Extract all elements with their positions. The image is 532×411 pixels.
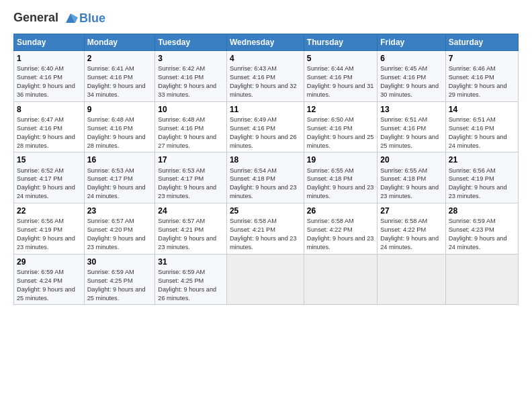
calendar-cell: 25 Sunrise: 6:58 AM Sunset: 4:21 PM Dayl… (226, 203, 304, 255)
calendar-cell: 15 Sunrise: 6:52 AM Sunset: 4:17 PM Dayl… (14, 152, 85, 203)
day-info: Sunrise: 6:49 AM Sunset: 4:16 PM Dayligh… (230, 116, 301, 150)
day-number: 7 (449, 53, 515, 64)
weekday-header-sunday: Sunday (14, 34, 85, 51)
calendar-cell: 19 Sunrise: 6:55 AM Sunset: 4:18 PM Dayl… (304, 152, 377, 203)
calendar-cell (304, 254, 377, 305)
weekday-header-tuesday: Tuesday (155, 34, 227, 51)
day-number: 6 (380, 53, 442, 64)
day-info: Sunrise: 6:50 AM Sunset: 4:16 PM Dayligh… (307, 116, 374, 150)
calendar-cell: 20 Sunrise: 6:55 AM Sunset: 4:18 PM Dayl… (378, 152, 445, 203)
calendar-cell: 7 Sunrise: 6:46 AM Sunset: 4:16 PM Dayli… (445, 51, 518, 102)
logo: General Blue (13, 11, 105, 26)
calendar-cell: 1 Sunrise: 6:40 AM Sunset: 4:16 PM Dayli… (14, 51, 85, 102)
calendar-cell (378, 254, 445, 305)
day-info: Sunrise: 6:58 AM Sunset: 4:22 PM Dayligh… (307, 217, 374, 252)
day-number: 23 (87, 205, 152, 216)
calendar-cell: 26 Sunrise: 6:58 AM Sunset: 4:22 PM Dayl… (304, 203, 377, 255)
calendar-cell: 22 Sunrise: 6:56 AM Sunset: 4:19 PM Dayl… (14, 203, 85, 255)
calendar-cell: 16 Sunrise: 6:53 AM Sunset: 4:17 PM Dayl… (84, 152, 155, 203)
calendar-cell: 31 Sunrise: 6:59 AM Sunset: 4:25 PM Dayl… (155, 254, 227, 305)
day-info: Sunrise: 6:57 AM Sunset: 4:21 PM Dayligh… (158, 217, 224, 252)
day-info: Sunrise: 6:56 AM Sunset: 4:19 PM Dayligh… (449, 167, 515, 201)
day-number: 30 (87, 257, 152, 267)
calendar-cell: 3 Sunrise: 6:42 AM Sunset: 4:16 PM Dayli… (155, 51, 227, 102)
day-number: 11 (230, 104, 301, 115)
day-number: 5 (307, 53, 374, 64)
day-info: Sunrise: 6:52 AM Sunset: 4:17 PM Dayligh… (17, 167, 81, 201)
calendar-cell: 21 Sunrise: 6:56 AM Sunset: 4:19 PM Dayl… (445, 152, 518, 203)
day-info: Sunrise: 6:58 AM Sunset: 4:21 PM Dayligh… (230, 217, 301, 252)
calendar-cell: 23 Sunrise: 6:57 AM Sunset: 4:20 PM Dayl… (84, 203, 155, 255)
day-info: Sunrise: 6:44 AM Sunset: 4:16 PM Dayligh… (307, 64, 374, 99)
day-info: Sunrise: 6:51 AM Sunset: 4:16 PM Dayligh… (449, 116, 515, 150)
day-info: Sunrise: 6:43 AM Sunset: 4:16 PM Dayligh… (230, 64, 301, 99)
day-info: Sunrise: 6:59 AM Sunset: 4:23 PM Dayligh… (449, 217, 515, 252)
day-number: 17 (158, 154, 224, 165)
day-number: 18 (230, 154, 301, 165)
day-info: Sunrise: 6:54 AM Sunset: 4:18 PM Dayligh… (230, 167, 301, 201)
day-number: 4 (230, 53, 301, 64)
day-info: Sunrise: 6:59 AM Sunset: 4:24 PM Dayligh… (17, 268, 81, 303)
day-info: Sunrise: 6:59 AM Sunset: 4:25 PM Dayligh… (87, 268, 152, 303)
day-info: Sunrise: 6:40 AM Sunset: 4:16 PM Dayligh… (17, 64, 81, 99)
weekday-header-friday: Friday (378, 34, 445, 51)
day-info: Sunrise: 6:41 AM Sunset: 4:16 PM Dayligh… (87, 64, 152, 99)
day-number: 8 (17, 104, 81, 115)
day-info: Sunrise: 6:45 AM Sunset: 4:16 PM Dayligh… (380, 64, 442, 99)
calendar-cell: 13 Sunrise: 6:51 AM Sunset: 4:16 PM Dayl… (378, 101, 445, 152)
day-info: Sunrise: 6:56 AM Sunset: 4:19 PM Dayligh… (17, 217, 81, 252)
day-info: Sunrise: 6:51 AM Sunset: 4:16 PM Dayligh… (380, 116, 442, 150)
day-number: 22 (17, 205, 81, 216)
day-info: Sunrise: 6:57 AM Sunset: 4:20 PM Dayligh… (87, 217, 152, 252)
day-number: 3 (158, 53, 224, 64)
day-info: Sunrise: 6:47 AM Sunset: 4:16 PM Dayligh… (17, 116, 81, 150)
day-info: Sunrise: 6:59 AM Sunset: 4:25 PM Dayligh… (158, 268, 224, 303)
day-info: Sunrise: 6:42 AM Sunset: 4:16 PM Dayligh… (158, 64, 224, 99)
day-number: 26 (307, 205, 374, 216)
day-number: 19 (307, 154, 374, 165)
calendar-cell: 18 Sunrise: 6:54 AM Sunset: 4:18 PM Dayl… (226, 152, 304, 203)
day-number: 10 (158, 104, 224, 115)
day-info: Sunrise: 6:53 AM Sunset: 4:17 PM Dayligh… (158, 167, 224, 201)
day-number: 31 (158, 257, 224, 267)
day-number: 12 (307, 104, 374, 115)
day-number: 27 (380, 205, 442, 216)
calendar-cell: 14 Sunrise: 6:51 AM Sunset: 4:16 PM Dayl… (445, 101, 518, 152)
page-header: General Blue (13, 11, 519, 26)
day-number: 13 (380, 104, 442, 115)
day-info: Sunrise: 6:53 AM Sunset: 4:17 PM Dayligh… (87, 167, 152, 201)
calendar-cell: 30 Sunrise: 6:59 AM Sunset: 4:25 PM Dayl… (84, 254, 155, 305)
weekday-header-saturday: Saturday (445, 34, 518, 51)
day-number: 2 (87, 53, 152, 64)
calendar-cell (226, 254, 304, 305)
day-number: 25 (230, 205, 301, 216)
day-number: 21 (449, 154, 515, 165)
day-info: Sunrise: 6:58 AM Sunset: 4:22 PM Dayligh… (380, 217, 442, 252)
weekday-header-thursday: Thursday (304, 34, 377, 51)
day-info: Sunrise: 6:48 AM Sunset: 4:16 PM Dayligh… (87, 116, 152, 150)
calendar-cell: 5 Sunrise: 6:44 AM Sunset: 4:16 PM Dayli… (304, 51, 377, 102)
day-info: Sunrise: 6:55 AM Sunset: 4:18 PM Dayligh… (380, 167, 442, 201)
day-number: 1 (17, 53, 81, 64)
weekday-header-wednesday: Wednesday (226, 34, 304, 51)
day-info: Sunrise: 6:55 AM Sunset: 4:18 PM Dayligh… (307, 167, 374, 201)
logo-blue: Blue (79, 11, 105, 26)
calendar-cell: 29 Sunrise: 6:59 AM Sunset: 4:24 PM Dayl… (14, 254, 85, 305)
calendar-cell: 8 Sunrise: 6:47 AM Sunset: 4:16 PM Dayli… (14, 101, 85, 152)
day-number: 20 (380, 154, 442, 165)
day-number: 9 (87, 104, 152, 115)
calendar-cell: 17 Sunrise: 6:53 AM Sunset: 4:17 PM Dayl… (155, 152, 227, 203)
calendar-cell: 6 Sunrise: 6:45 AM Sunset: 4:16 PM Dayli… (378, 51, 445, 102)
weekday-header-monday: Monday (84, 34, 155, 51)
calendar-cell: 4 Sunrise: 6:43 AM Sunset: 4:16 PM Dayli… (226, 51, 304, 102)
calendar-cell: 28 Sunrise: 6:59 AM Sunset: 4:23 PM Dayl… (445, 203, 518, 255)
calendar-cell: 2 Sunrise: 6:41 AM Sunset: 4:16 PM Dayli… (84, 51, 155, 102)
day-number: 14 (449, 104, 515, 115)
day-number: 16 (87, 154, 152, 165)
day-info: Sunrise: 6:48 AM Sunset: 4:16 PM Dayligh… (158, 116, 224, 150)
calendar-cell: 9 Sunrise: 6:48 AM Sunset: 4:16 PM Dayli… (84, 101, 155, 152)
calendar-cell: 27 Sunrise: 6:58 AM Sunset: 4:22 PM Dayl… (378, 203, 445, 255)
logo-icon (63, 11, 78, 26)
calendar-table: SundayMondayTuesdayWednesdayThursdayFrid… (13, 34, 519, 305)
day-number: 29 (17, 257, 81, 267)
